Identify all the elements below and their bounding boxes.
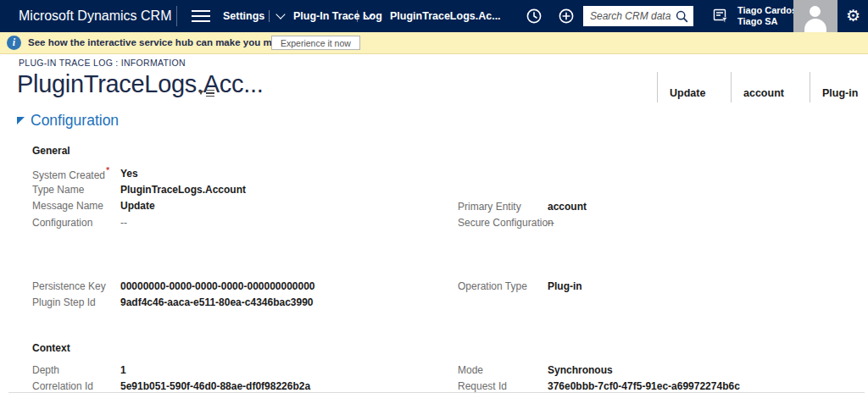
field-label: System Created [32,169,105,181]
field-label: Configuration [32,217,120,229]
field-underline-rule [8,392,865,393]
entity-breadcrumb-label: PLUG-IN TRACE LOG : INFORMATION [19,58,186,68]
field-label: Depth [32,364,120,376]
field-label: Primary Entity [458,201,548,213]
form-selector-icon[interactable] [198,88,214,98]
page-title: PluginTraceLogs.Acc... [17,70,264,98]
header-field-value: account [743,87,784,99]
chevron-down-icon[interactable] [275,9,285,19]
field-value[interactable]: account [548,201,587,213]
field-row: Type Name PluginTraceLogs.Account [32,181,246,197]
context-left-column: Depth 1 Correlation Id 5e91b051-590f-46d… [32,362,310,395]
caret-down-icon [198,91,203,95]
field-value[interactable]: Yes [120,168,138,180]
field-row: Plugin Step Id 9adf4c46-aaca-e511-80ea-c… [32,294,315,310]
field-row: System Created* Yes [32,165,246,181]
field-row: Primary Entity account [458,198,587,214]
field-label: Persistence Key [32,280,120,292]
field-row: Depth 1 [32,362,310,378]
field-row: Operation Type Plug-in [458,278,582,294]
group-heading-context: Context [32,342,70,354]
list-lines-icon [206,88,214,98]
section-title: Configuration [31,112,119,130]
field-value[interactable]: 9adf4c46-aaca-e511-80ea-c4346bac3990 [120,296,314,308]
field-row: Mode Synchronous [458,362,740,378]
field-value[interactable]: 376e0bbb-7cf0-47f5-91ec-a69972274b6c [548,380,740,392]
nav-separator [269,10,270,22]
field-row: Configuration -- [32,214,246,230]
field-row: Persistence Key 00000000-0000-0000-0000-… [32,278,315,294]
notification-bar: i See how the interactive service hub ca… [0,32,868,54]
header-field-value: Plug-in [822,87,858,99]
field-row: Secure Configuration -- [458,214,587,230]
info-icon: i [7,36,21,50]
field-value[interactable]: Plug-in [548,280,582,292]
field-value[interactable]: -- [120,217,127,229]
field-value[interactable]: 5e91b051-590f-46d0-88ae-df0f98226b2a [120,380,310,392]
avatar-torso [804,19,826,32]
brand-title: Microsoft Dynamics CRM [19,0,171,32]
header-fields: Update account Plug-in [657,72,860,102]
field-row: Message Name Update [32,198,246,214]
field-label: Correlation Id [32,380,120,392]
settings-gear-icon[interactable]: ⚙ [846,6,860,26]
field-value[interactable]: Update [120,200,155,212]
field-value[interactable]: 1 [120,364,126,376]
user-avatar[interactable] [793,0,837,32]
field-label: Message Name [32,200,120,212]
nav-item-settings[interactable]: Settings [223,0,264,32]
operation-column: Operation Type Plug-in [458,278,582,294]
search-box [583,6,693,26]
create-plus-icon[interactable] [558,8,575,28]
search-input[interactable] [583,10,676,22]
field-value[interactable]: -- [548,217,554,229]
general-right-column: Primary Entity account Secure Configurat… [458,198,587,231]
field-label: Secure Configuration [458,217,548,229]
field-label: Type Name [32,184,120,196]
experience-it-now-button[interactable]: Experience it now [271,36,360,50]
navbar-divider [176,6,177,26]
persistence-column: Persistence Key 00000000-0000-0000-0000-… [32,278,315,311]
advanced-find-icon[interactable] [713,8,729,27]
header-field-entity[interactable]: account [731,72,810,102]
general-left-column: System Created* Yes Type Name PluginTrac… [32,165,246,231]
recent-items-clock-icon[interactable] [526,8,542,28]
header-field-operation[interactable]: Plug-in [810,72,860,102]
search-icon[interactable] [676,10,688,23]
field-value[interactable]: 00000000-0000-0000-0000-000000000000 [120,280,315,292]
field-label: Operation Type [458,280,548,292]
required-asterisk: * [106,165,109,175]
section-configuration[interactable]: Configuration [17,112,119,130]
group-heading-general: General [32,145,70,157]
context-right-column: Mode Synchronous Request Id 376e0bbb-7cf… [458,362,740,395]
field-label: Request Id [458,380,548,392]
hamburger-menu-icon[interactable] [192,10,210,22]
header-field-value: Update [670,87,705,99]
field-value[interactable]: PluginTraceLogs.Account [120,184,246,196]
collapse-triangle-icon [17,117,25,125]
field-label: Plugin Step Id [32,296,120,308]
field-label: Mode [458,364,548,376]
field-value[interactable]: Synchronous [548,364,613,376]
header-field-message[interactable]: Update [657,72,731,102]
nav-separator [357,10,358,22]
nav-item-record[interactable]: PluginTraceLogs.Ac... [390,0,501,32]
avatar-head [810,6,821,17]
top-navbar: Microsoft Dynamics CRM Settings Plug-In … [0,0,868,32]
